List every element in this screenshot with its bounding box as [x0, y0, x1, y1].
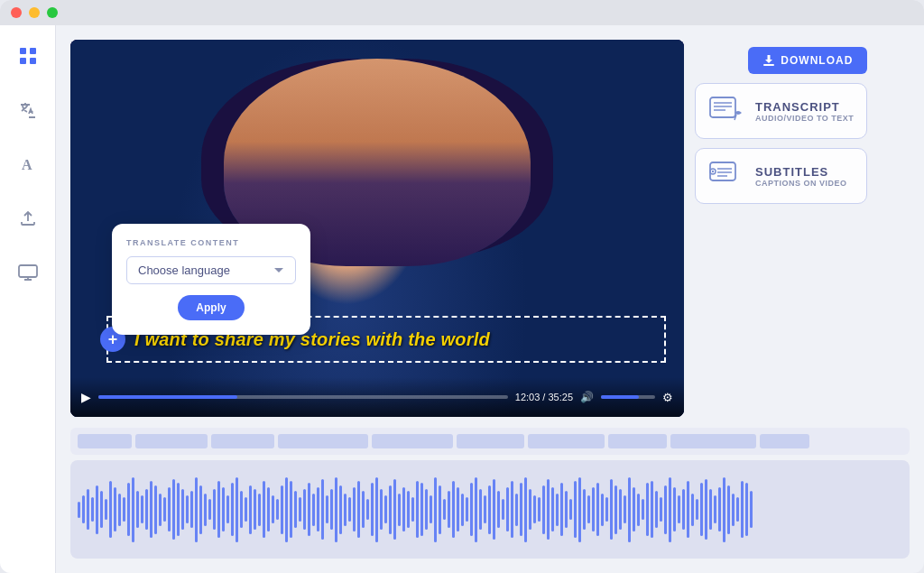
svg-rect-11 — [710, 162, 735, 180]
time-display: 12:03 / 35:25 — [515, 392, 573, 402]
sidebar-icon-translate[interactable] — [12, 94, 44, 126]
waveform-bar — [339, 485, 342, 534]
waveform-bar — [114, 487, 116, 532]
waveform-bar — [664, 485, 667, 534]
sidebar-icon-upload[interactable] — [12, 202, 44, 235]
waveform-bar — [466, 497, 468, 522]
waveform-bar — [642, 499, 644, 520]
waveform-bar — [195, 477, 198, 542]
waveform-bar — [605, 497, 608, 522]
waveform-bar — [700, 483, 703, 536]
waveform-bar — [78, 502, 80, 518]
subtitle-segment — [78, 434, 132, 448]
waveform-bar — [344, 494, 346, 526]
waveform-bar — [587, 495, 590, 524]
waveform-bar — [154, 485, 157, 534]
play-button[interactable]: ▶ — [81, 390, 91, 404]
svg-rect-5 — [19, 265, 37, 277]
waveform-bar — [637, 494, 640, 526]
waveform-bar — [520, 483, 522, 536]
waveform-bar — [687, 481, 689, 538]
settings-icon[interactable]: ⚙ — [662, 391, 673, 404]
minimize-button[interactable] — [29, 7, 40, 18]
waveform-bar — [362, 491, 365, 528]
transcript-card[interactable]: TRANSCRIPT AUDIO/VIDEO TO TEXT — [695, 83, 867, 139]
waveform-bar — [226, 495, 229, 524]
svg-rect-3 — [30, 58, 36, 64]
transcript-title: TRANSCRIPT — [755, 100, 854, 114]
waveform-bar — [619, 489, 622, 530]
waveform-bar — [556, 494, 559, 526]
waveform-bar — [330, 489, 333, 530]
volume-bar[interactable] — [601, 395, 655, 399]
waveform-bar — [303, 489, 306, 530]
waveform-bar — [452, 481, 455, 538]
waveform-bar — [321, 479, 324, 541]
waveform-bar — [371, 483, 374, 536]
waveform-bar — [578, 477, 581, 542]
subtitle-segment — [135, 434, 208, 448]
waveform-bar — [533, 495, 536, 524]
apply-button[interactable]: Apply — [178, 295, 244, 320]
waveform-bar — [434, 477, 437, 542]
waveform-bar — [186, 495, 189, 524]
waveform-bar — [669, 477, 671, 542]
waveform-bar — [150, 481, 152, 538]
progress-bar[interactable] — [98, 395, 508, 399]
subtitle-segment — [278, 434, 368, 448]
waveform-bar — [87, 489, 89, 530]
waveform-bar — [263, 481, 265, 538]
language-select[interactable]: Choose language — [126, 256, 296, 284]
waveform-bar — [172, 479, 175, 541]
svg-rect-6 — [763, 64, 774, 66]
waveform-bar — [718, 487, 721, 532]
waveform-bar — [290, 481, 292, 538]
waveform-bar — [732, 494, 735, 526]
waveform-bar — [181, 489, 184, 530]
waveform-bar — [511, 481, 513, 538]
download-button[interactable]: DOWNLOAD — [748, 47, 867, 74]
waveform-bar — [285, 477, 288, 542]
sidebar-icon-monitor[interactable] — [12, 256, 44, 289]
waveform-bar — [560, 483, 563, 536]
svg-rect-0 — [20, 48, 26, 54]
close-button[interactable] — [11, 7, 22, 18]
waveform-bar — [213, 489, 216, 530]
waveform-bar — [678, 495, 680, 524]
waveform-bar — [159, 494, 162, 526]
waveform-bar — [565, 491, 568, 528]
svg-rect-2 — [20, 58, 26, 64]
sidebar-icon-grid[interactable] — [12, 40, 44, 72]
subtitles-title: SUBTITLES — [755, 165, 854, 179]
waveform-bar — [484, 495, 486, 524]
subtitles-icon — [708, 158, 744, 194]
waveform-bar — [646, 483, 649, 536]
waveform-bar — [538, 497, 541, 522]
waveform-bar — [258, 494, 261, 526]
waveform-bar — [357, 481, 360, 538]
waveform-bar — [208, 499, 211, 520]
waveform-bar — [673, 487, 676, 532]
waveform-bar — [123, 497, 125, 522]
volume-icon[interactable]: 🔊 — [580, 391, 594, 403]
sidebar-icon-text[interactable]: A — [12, 148, 44, 180]
maximize-button[interactable] — [47, 7, 58, 18]
subtitle-segment — [528, 434, 605, 448]
waveform-bar — [596, 483, 599, 536]
waveform-bar — [628, 477, 631, 542]
subtitle-segment — [670, 434, 756, 448]
waveform-bar — [651, 481, 653, 538]
waveform-bar — [633, 487, 635, 532]
waveform-bar — [461, 494, 464, 526]
waveform-bar — [317, 487, 319, 532]
waveform-bar — [353, 487, 356, 532]
subtitle-track[interactable] — [70, 428, 910, 455]
translate-popup: TRANSLATE CONTENT Choose language Apply — [112, 224, 310, 335]
subtitles-card[interactable]: SUBTITLES CAPTIONS ON VIDEO — [695, 148, 867, 204]
waveform-bar — [190, 491, 193, 528]
waveform-bar — [402, 487, 405, 532]
waveform-bar — [267, 487, 270, 532]
waveform-container[interactable] — [70, 460, 910, 559]
waveform-bar — [601, 494, 604, 526]
transcript-text: TRANSCRIPT AUDIO/VIDEO TO TEXT — [755, 100, 854, 123]
